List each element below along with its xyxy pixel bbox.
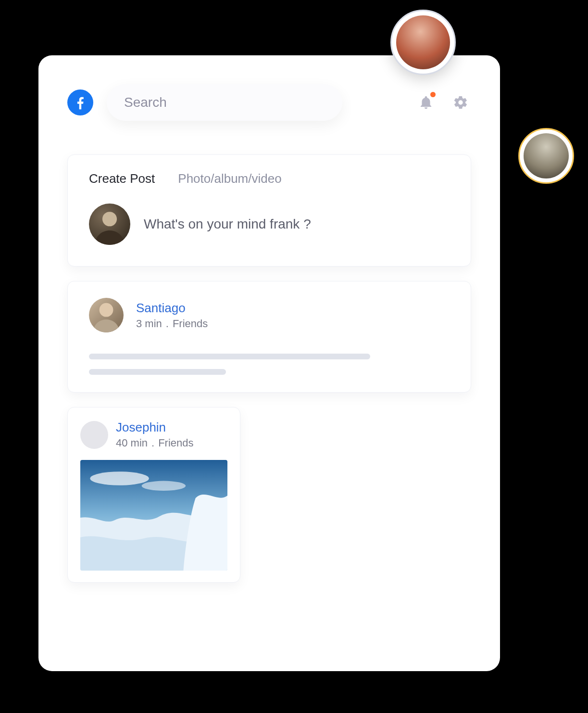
avatar[interactable] bbox=[89, 298, 124, 332]
notifications-button[interactable] bbox=[415, 92, 437, 113]
facebook-logo[interactable] bbox=[67, 89, 93, 115]
gear-icon bbox=[453, 95, 468, 110]
post-card: Josephin 40 min.Friends bbox=[67, 407, 240, 583]
tab-photo-album-video[interactable]: Photo/album/video bbox=[178, 171, 281, 186]
avatar-image bbox=[396, 15, 450, 69]
avatar[interactable] bbox=[89, 204, 130, 245]
skeleton-line bbox=[89, 354, 370, 359]
post-meta: 3 min.Friends bbox=[136, 318, 208, 330]
post-header: Josephin 40 min.Friends bbox=[80, 420, 227, 449]
skeleton-line bbox=[89, 369, 226, 375]
person-icon bbox=[89, 204, 130, 245]
post-audience: Friends bbox=[158, 437, 193, 449]
svg-point-0 bbox=[102, 212, 117, 226]
post-audience: Friends bbox=[173, 318, 208, 330]
floating-avatar[interactable] bbox=[518, 128, 574, 184]
svg-point-3 bbox=[90, 471, 149, 485]
post-author-link[interactable]: Santiago bbox=[136, 301, 208, 316]
landscape-image bbox=[80, 460, 227, 571]
app-window: Create Post Photo/album/video Santiag bbox=[38, 55, 500, 671]
topbar bbox=[67, 84, 471, 121]
create-post-row bbox=[89, 204, 450, 245]
bell-icon bbox=[418, 95, 434, 110]
avatar[interactable] bbox=[80, 421, 108, 449]
avatar-image bbox=[524, 133, 569, 179]
post-time: 40 min bbox=[116, 437, 148, 449]
post-card: Santiago 3 min.Friends bbox=[67, 281, 471, 393]
notification-dot bbox=[430, 92, 436, 97]
svg-point-4 bbox=[142, 481, 186, 491]
settings-button[interactable] bbox=[450, 92, 471, 113]
create-tabs: Create Post Photo/album/video bbox=[89, 171, 450, 186]
facebook-icon bbox=[72, 94, 88, 111]
post-time: 3 min bbox=[136, 318, 162, 330]
tab-create-post[interactable]: Create Post bbox=[89, 171, 155, 186]
post-meta: 40 min.Friends bbox=[116, 437, 194, 449]
search-input[interactable] bbox=[124, 95, 325, 110]
post-image[interactable] bbox=[80, 460, 227, 571]
create-post-input[interactable] bbox=[144, 216, 450, 232]
create-post-card: Create Post Photo/album/video bbox=[67, 154, 471, 267]
post-header: Santiago 3 min.Friends bbox=[89, 298, 450, 332]
post-body-placeholder bbox=[89, 354, 450, 375]
search-field[interactable] bbox=[107, 84, 342, 121]
svg-point-1 bbox=[100, 303, 113, 317]
person-icon bbox=[89, 298, 124, 332]
floating-avatar[interactable] bbox=[390, 10, 456, 75]
post-author-link[interactable]: Josephin bbox=[116, 420, 194, 435]
